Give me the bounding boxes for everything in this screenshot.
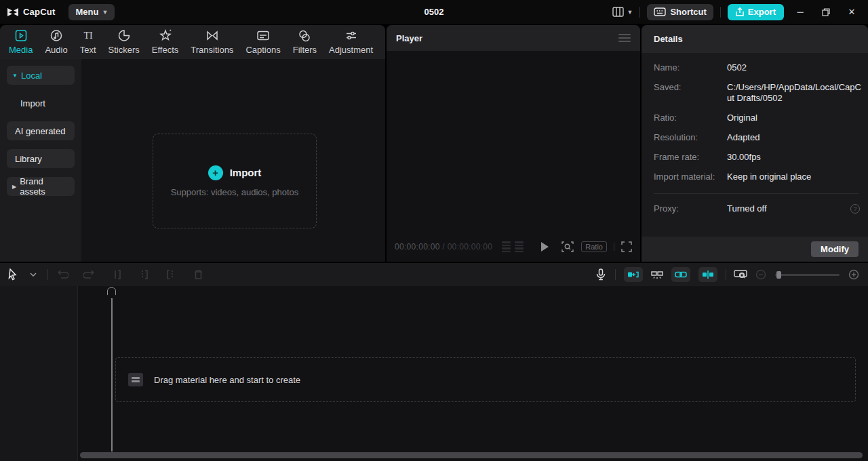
- close-button[interactable]: ✕: [842, 3, 861, 21]
- shortcut-button[interactable]: Shortcut: [647, 4, 713, 20]
- delete-button[interactable]: [188, 265, 208, 284]
- delete-left-button[interactable]: [134, 265, 154, 284]
- detail-value: Original: [727, 113, 859, 123]
- play-button[interactable]: [541, 242, 549, 252]
- magnetic-snap-toggle[interactable]: [624, 267, 643, 282]
- timeline-zoom-in-button[interactable]: [844, 265, 864, 284]
- detail-row-framerate: Frame rate: 30.00fps: [654, 152, 859, 163]
- link-icon: [675, 271, 687, 278]
- ratio-button[interactable]: Ratio: [581, 241, 607, 252]
- export-button[interactable]: Export: [728, 4, 784, 20]
- fullscreen-icon[interactable]: [621, 241, 632, 252]
- preview-axis-toggle[interactable]: [698, 267, 717, 282]
- redo-button[interactable]: [79, 265, 100, 284]
- undo-button[interactable]: [52, 265, 73, 284]
- details-title: Details: [642, 25, 868, 53]
- app-logo: CapCut: [0, 7, 55, 17]
- player-controls: 00:00:00:00 / 00:00:00:00 Ratio: [387, 237, 640, 256]
- split-button[interactable]: [106, 265, 127, 284]
- capcut-logo-icon: [7, 7, 19, 17]
- total-time: 00:00:00:00: [448, 242, 493, 252]
- tab-label: Filters: [293, 45, 317, 55]
- detail-label: Proxy:: [654, 203, 727, 214]
- minimize-button[interactable]: ─: [791, 3, 810, 21]
- select-tool-button[interactable]: [3, 265, 23, 284]
- playhead-handle[interactable]: [107, 287, 116, 299]
- import-dropzone[interactable]: + Import Supports: videos, audios, photo…: [153, 134, 317, 228]
- adjustment-icon: [344, 29, 359, 43]
- tab-media[interactable]: Media: [3, 25, 39, 59]
- delete-right-button[interactable]: [161, 265, 181, 284]
- divider: [720, 7, 721, 18]
- timeline-drop-hint: Drag material here and start to create: [154, 375, 300, 385]
- playhead-line[interactable]: [111, 298, 113, 452]
- slider-handle[interactable]: [776, 271, 781, 279]
- tab-transitions[interactable]: Transitions: [184, 25, 239, 59]
- sidebar-item-label: AI generated: [15, 126, 65, 136]
- player-header: Player: [387, 25, 640, 51]
- detail-label: Saved:: [654, 82, 727, 104]
- microphone-icon: [596, 268, 606, 281]
- shortcut-label: Shortcut: [670, 7, 706, 17]
- sidebar-item-ai-generated[interactable]: AI generated: [7, 121, 75, 140]
- menu-button[interactable]: Menu ▼: [68, 4, 115, 20]
- detail-value: Turned off: [727, 203, 859, 214]
- export-label: Export: [748, 7, 776, 17]
- minus-circle-icon: [755, 269, 766, 280]
- divider: [614, 243, 614, 251]
- timeline-zoom-slider[interactable]: [775, 274, 840, 276]
- tab-text[interactable]: TI Text: [74, 25, 102, 59]
- auto-splice-toggle[interactable]: [647, 265, 667, 284]
- tab-adjustment[interactable]: Adjustment: [323, 25, 379, 59]
- svg-text:TI: TI: [83, 31, 93, 41]
- details-footer: Modify: [642, 237, 868, 262]
- timeline-zoom-fit-button[interactable]: [730, 265, 751, 284]
- detail-value: Adapted: [727, 132, 859, 143]
- detail-value: 0502: [727, 62, 859, 73]
- filters-icon: [297, 29, 312, 43]
- player-title: Player: [396, 33, 422, 43]
- tab-label: Transitions: [191, 45, 233, 55]
- tab-audio[interactable]: Audio: [39, 25, 73, 59]
- divider: [47, 269, 48, 280]
- sticker-icon: [117, 29, 132, 43]
- help-icon[interactable]: ?: [850, 204, 860, 214]
- current-time: 00:00:00:00: [395, 242, 440, 252]
- tab-label: Stickers: [108, 45, 140, 55]
- link-toggle[interactable]: [671, 267, 690, 282]
- detail-label: Name:: [654, 62, 727, 73]
- sidebar-item-import[interactable]: Import: [7, 94, 75, 113]
- timeline[interactable]: Drag material here and start to create: [0, 286, 868, 461]
- auto-splice-icon: [650, 269, 664, 281]
- timeline-zoom-out-button[interactable]: [751, 265, 771, 284]
- tab-effects[interactable]: Effects: [146, 25, 185, 59]
- preview-quality-icon[interactable]: [561, 241, 574, 253]
- sidebar-item-local[interactable]: ▼ Local: [7, 66, 75, 85]
- tab-captions[interactable]: Captions: [239, 25, 286, 59]
- tab-label: Audio: [45, 45, 67, 55]
- sidebar-item-brand-assets[interactable]: ▶ Brand assets: [7, 177, 75, 196]
- record-voiceover-button[interactable]: [591, 265, 611, 284]
- tab-filters[interactable]: Filters: [287, 25, 323, 59]
- horizontal-scrollbar[interactable]: [80, 452, 863, 458]
- tab-label: Text: [80, 45, 96, 55]
- sidebar-item-library[interactable]: Library: [7, 149, 75, 168]
- split-icon: [111, 269, 122, 280]
- export-icon: [736, 7, 744, 16]
- modify-button[interactable]: Modify: [811, 241, 859, 257]
- quality-list-icon[interactable]: [502, 241, 524, 252]
- layout-icon: [612, 7, 624, 17]
- tab-stickers[interactable]: Stickers: [102, 25, 146, 59]
- workspace-layout-button[interactable]: ▼: [612, 7, 633, 17]
- media-content: + Import Supports: videos, audios, photo…: [81, 59, 385, 262]
- media-panel: Media Audio TI Text Stickers: [0, 25, 385, 262]
- divider: [654, 193, 859, 194]
- detail-row-ratio: Ratio: Original: [654, 113, 859, 123]
- restore-button[interactable]: [816, 3, 835, 21]
- menu-label: Menu: [75, 7, 98, 17]
- app-logo-text: CapCut: [23, 7, 55, 17]
- player-timecode: 00:00:00:00 / 00:00:00:00: [395, 242, 492, 252]
- select-tool-dropdown[interactable]: [23, 265, 43, 284]
- player-menu-icon[interactable]: [618, 34, 631, 42]
- timeline-dropzone[interactable]: Drag material here and start to create: [115, 357, 856, 402]
